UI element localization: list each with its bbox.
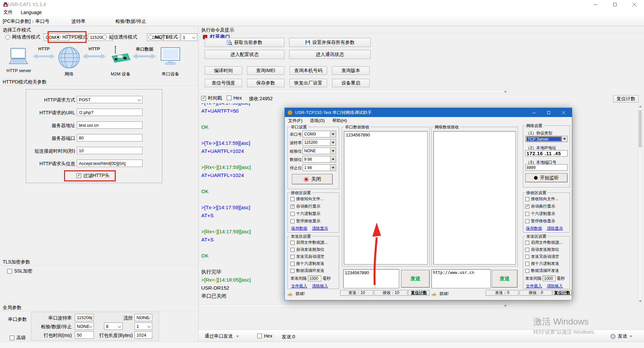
http-url-input[interactable]: /2.php?: [77, 109, 143, 116]
query-version-button[interactable]: 查询版本: [332, 66, 370, 75]
protocol-select[interactable]: TCP Server: [525, 136, 568, 142]
dropdown-button-icon[interactable]: [330, 140, 335, 145]
tcp-baud-select[interactable]: 115200: [303, 139, 336, 146]
horizontal-scrollbar[interactable]: [200, 90, 508, 93]
save-params-button[interactable]: 保存参数: [247, 79, 284, 87]
http-method-select[interactable]: POST: [77, 96, 143, 103]
tcp-menu-help[interactable]: 帮助(H): [332, 118, 347, 124]
bottom-send-button[interactable]: 发送: [610, 333, 632, 339]
clear-display-link[interactable]: 清除显示: [312, 226, 328, 231]
serial-send-input[interactable]: 1234567890: [343, 269, 399, 288]
interval-input[interactable]: 1000: [308, 276, 321, 281]
mode-radio-mqtt[interactable]: MQTT模式: [148, 34, 178, 40]
checkbox-icon[interactable]: [525, 269, 529, 273]
checkbox-icon[interactable]: [525, 248, 529, 252]
option-row[interactable]: 数据流循环发送: [290, 268, 324, 274]
tcp-parity-select[interactable]: NONE: [303, 148, 336, 154]
timestamp-checkbox[interactable]: 时间戳: [201, 95, 222, 101]
checkbox-icon[interactable]: [290, 255, 294, 259]
option-row[interactable]: 发送完自动清空: [525, 254, 559, 259]
mode-radio-net[interactable]: 网络透传模式: [5, 34, 40, 40]
tcp-close-serial-button[interactable]: 关闭: [292, 174, 333, 184]
mode-radio-httpd[interactable]: HTTPD模式: [56, 34, 88, 40]
tcp-com-select[interactable]: COM3: [303, 131, 336, 137]
option-row[interactable]: 数据流循环发送: [525, 268, 559, 274]
global-parity-select[interactable]: NONE: [75, 323, 94, 330]
serial-send-button[interactable]: 发送: [401, 270, 430, 288]
option-row[interactable]: 自动换行显示: [290, 204, 320, 209]
set-save-params-button[interactable]: 设置并保存所有参数: [289, 38, 371, 47]
scroll-up-icon[interactable]: [639, 106, 642, 107]
global-baud-select[interactable]: 115200(: [75, 314, 94, 321]
query-imei-button[interactable]: 查询IMEI: [247, 66, 284, 75]
get-params-button[interactable]: 获取当前参数: [205, 38, 284, 47]
option-row[interactable]: 接收转向文件...: [525, 196, 558, 202]
option-row[interactable]: 接收转向文件...: [290, 196, 324, 202]
http-header-input[interactable]: Accept:text/html[0D][0A]: [77, 160, 143, 167]
serial-recv-textarea[interactable]: 1234567890: [344, 131, 428, 265]
radio-icon[interactable]: [148, 35, 153, 40]
option-row[interactable]: 十六进制显示: [290, 211, 320, 217]
enter-config-button[interactable]: 进入配置状态: [205, 50, 284, 59]
checkbox-icon[interactable]: [7, 269, 12, 274]
radio-icon[interactable]: [56, 35, 60, 40]
serial-reset-count-button[interactable]: 复位计数: [408, 290, 430, 296]
pack-len-input[interactable]: 1024: [135, 331, 152, 339]
checkbox-icon[interactable]: [201, 96, 206, 101]
tcp-maximize-icon[interactable]: [543, 108, 554, 117]
hex-checkbox[interactable]: Hex: [227, 95, 242, 101]
dropdown-button-icon[interactable]: [330, 131, 335, 137]
checkbox-icon[interactable]: [290, 212, 294, 216]
device-restart-button[interactable]: 设备重启: [332, 79, 370, 87]
tcp-close-icon[interactable]: [558, 108, 569, 117]
option-row[interactable]: 启用文件数据源...: [525, 240, 562, 245]
checkbox-icon[interactable]: [525, 255, 529, 259]
advanced-checkbox[interactable]: 高级: [10, 335, 26, 341]
server-port-input[interactable]: 80: [77, 134, 143, 141]
checkbox-icon[interactable]: [290, 248, 294, 252]
tcp-minimize-icon[interactable]: [528, 108, 540, 117]
horizontal-scrollbar[interactable]: [200, 304, 508, 307]
checkbox-icon[interactable]: [525, 205, 529, 209]
scroll-arrow-icon[interactable]: [504, 305, 507, 307]
checkbox-icon[interactable]: [290, 269, 294, 273]
checkbox-icon[interactable]: [290, 197, 294, 201]
option-row[interactable]: 启用文件数据源...: [290, 240, 328, 245]
option-row[interactable]: 十六进制显示: [525, 211, 555, 217]
file-load-link[interactable]: 文件载入: [526, 283, 542, 289]
timeout-input[interactable]: 10: [77, 147, 143, 154]
clear-input-link[interactable]: 清除输入: [312, 283, 328, 289]
global-databits-select[interactable]: 8: [104, 323, 123, 330]
ssl-checkbox[interactable]: SSL加密: [7, 268, 32, 274]
option-row[interactable]: 发送完自动清空: [290, 254, 324, 259]
save-data-link[interactable]: 保存数据: [526, 226, 542, 231]
checkbox-icon[interactable]: [257, 334, 262, 338]
reset-count-button[interactable]: 复位计数: [613, 95, 639, 103]
checkbox-icon[interactable]: [290, 262, 294, 266]
option-row[interactable]: 暂停接收显示: [290, 218, 320, 224]
option-row[interactable]: 自动换行显示: [525, 204, 555, 209]
checkbox-icon[interactable]: [76, 173, 81, 178]
local-port-input[interactable]: 8899: [525, 164, 568, 171]
dropdown-button-icon[interactable]: [330, 148, 335, 154]
checkbox-icon[interactable]: [525, 212, 529, 216]
checkbox-icon[interactable]: [290, 219, 294, 223]
mode-radio-sms[interactable]: 短信透传模式: [102, 34, 137, 40]
minimize-icon[interactable]: [588, 0, 603, 9]
checkbox-icon[interactable]: [10, 336, 14, 340]
dropdown-button-icon[interactable]: [330, 165, 335, 170]
start-listen-button[interactable]: 开始监听: [525, 173, 568, 182]
net-send-input[interactable]: http://www.usr.cn: [431, 269, 491, 288]
send-via-serial-dropdown[interactable]: 通过串口发送: [205, 333, 239, 339]
dropdown-button-icon[interactable]: [330, 157, 335, 162]
tcp-stopbits-select[interactable]: 1 bit: [303, 164, 336, 171]
filter-http-header-checkbox[interactable]: 过滤HTTP头: [76, 173, 110, 179]
checkbox-icon[interactable]: [525, 241, 529, 245]
flow-select[interactable]: NONE: [135, 314, 152, 321]
stopbits-select[interactable]: 1: [181, 34, 197, 41]
tcp-menu-file[interactable]: 文件(F): [288, 118, 303, 124]
checkbox-icon[interactable]: [525, 219, 529, 223]
tcp-menu-options[interactable]: 选项(O): [310, 118, 325, 124]
radio-icon[interactable]: [5, 35, 10, 40]
checkbox-icon[interactable]: [227, 96, 231, 100]
